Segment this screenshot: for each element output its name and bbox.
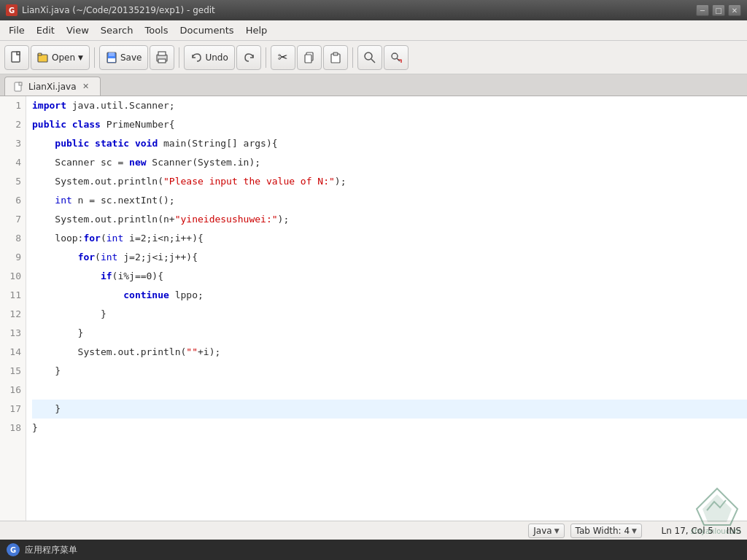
paste-button[interactable] xyxy=(323,45,348,70)
code-line-1: import java.util.Scanner; xyxy=(32,96,747,115)
appbar-logo-icon: G xyxy=(6,542,20,557)
code-line-10: if(i%j==0){ xyxy=(32,267,747,286)
svg-rect-19 xyxy=(19,82,22,85)
search-button[interactable] xyxy=(357,45,382,70)
code-line-7: System.out.println(n+"yineidesushuwei:")… xyxy=(32,210,747,229)
svg-rect-8 xyxy=(158,52,166,55)
code-line-14: System.out.println(""+i); xyxy=(32,343,747,362)
tab-width-selector[interactable]: Tab Width: 4 ▼ xyxy=(570,524,642,538)
svg-point-16 xyxy=(392,53,398,59)
maximize-button[interactable]: □ xyxy=(712,4,725,16)
svg-rect-6 xyxy=(108,58,115,62)
language-label: Java xyxy=(533,526,551,536)
toolbar: Open ▼ Save Undo xyxy=(0,41,747,74)
file-tab-icon xyxy=(14,82,24,92)
sep4 xyxy=(352,47,353,68)
svg-rect-3 xyxy=(38,53,42,55)
code-line-17: } xyxy=(32,400,747,419)
code-line-3: public static void main(String[] args){ xyxy=(32,134,747,153)
code-line-11: continue lppo; xyxy=(32,286,747,305)
undo-label: Undo xyxy=(205,52,228,63)
code-line-12: } xyxy=(32,305,747,324)
tab-width-label: Tab Width: 4 xyxy=(576,526,630,536)
window-controls: − □ ✕ xyxy=(696,4,741,16)
open-button[interactable]: Open ▼ xyxy=(31,45,90,70)
minimize-button[interactable]: − xyxy=(696,4,709,16)
save-label: Save xyxy=(120,52,142,63)
svg-point-14 xyxy=(365,52,372,60)
watermark: shiyanloucom xyxy=(691,487,741,535)
tab-width-dropdown-icon: ▼ xyxy=(632,527,637,534)
code-line-18: } xyxy=(32,419,747,438)
language-selector[interactable]: Java ▼ xyxy=(528,524,564,538)
svg-rect-9 xyxy=(158,59,166,63)
menubar: File Edit View Search Tools Documents He… xyxy=(0,20,747,41)
undo-button[interactable]: Undo xyxy=(184,45,234,70)
line-numbers: 1 2 3 4 5 6 7 8 9 10 11 12 13 14 15 16 1… xyxy=(0,96,26,521)
appbar-label[interactable]: 应用程序菜单 xyxy=(25,544,77,556)
print-button[interactable] xyxy=(150,45,174,70)
menu-file[interactable]: File xyxy=(3,22,31,39)
code-area[interactable]: import java.util.Scanner; public class P… xyxy=(26,96,747,521)
menu-edit[interactable]: Edit xyxy=(31,22,61,39)
language-dropdown-icon: ▼ xyxy=(554,527,560,534)
app-icon: G xyxy=(6,4,18,16)
code-line-4: Scanner sc = new Scanner(System.in); xyxy=(32,153,747,172)
close-button[interactable]: ✕ xyxy=(728,4,741,16)
watermark-text: shiyanloucom xyxy=(691,527,741,535)
window-title: LianXi.java (~/Code/20135219/exp1) - ged… xyxy=(22,5,215,15)
svg-rect-5 xyxy=(109,52,115,56)
open-dropdown-icon: ▼ xyxy=(78,54,83,61)
tab-close-button[interactable]: ✕ xyxy=(81,82,91,92)
svg-text:G: G xyxy=(10,546,16,554)
menu-view[interactable]: View xyxy=(61,22,95,39)
code-line-8: loop:for(int i=2;i<n;i++){ xyxy=(32,229,747,248)
svg-rect-11 xyxy=(305,55,311,63)
replace-button[interactable] xyxy=(384,45,409,70)
menu-search[interactable]: Search xyxy=(95,22,139,39)
sep2 xyxy=(179,47,179,68)
watermark-logo xyxy=(694,487,741,527)
titlebar: G LianXi.java (~/Code/20135219/exp1) - g… xyxy=(0,0,747,20)
svg-rect-1 xyxy=(17,52,20,55)
save-button[interactable]: Save xyxy=(99,45,148,70)
code-line-16 xyxy=(32,381,747,400)
cut-button[interactable]: ✂ xyxy=(271,45,295,70)
code-line-6: int n = sc.nextInt(); xyxy=(32,191,747,210)
tab-filename: LianXi.java xyxy=(28,82,77,92)
menu-help[interactable]: Help xyxy=(240,22,274,39)
menu-documents[interactable]: Documents xyxy=(174,22,240,39)
titlebar-left: G LianXi.java (~/Code/20135219/exp1) - g… xyxy=(6,4,215,16)
svg-rect-13 xyxy=(333,52,338,55)
sep3 xyxy=(266,47,266,68)
copy-button[interactable] xyxy=(297,45,322,70)
code-line-15: } xyxy=(32,362,747,381)
editor: 1 2 3 4 5 6 7 8 9 10 11 12 13 14 15 16 1… xyxy=(0,96,747,521)
tabbar: LianXi.java ✕ xyxy=(0,74,747,96)
open-label: Open xyxy=(52,52,75,63)
sep1 xyxy=(94,47,95,68)
menu-tools[interactable]: Tools xyxy=(139,22,174,39)
redo-button[interactable] xyxy=(236,45,261,70)
code-line-9: for(int j=2;j<i;j++){ xyxy=(32,248,747,267)
file-tab[interactable]: LianXi.java ✕ xyxy=(4,77,101,96)
svg-line-15 xyxy=(371,59,375,63)
statusbar: Java ▼ Tab Width: 4 ▼ Ln 17, Col 5 INS xyxy=(0,521,747,540)
code-line-5: System.out.println("Please input the val… xyxy=(32,172,747,191)
code-line-2: public class PrimeNumber{ xyxy=(32,115,747,134)
new-button[interactable] xyxy=(4,45,29,70)
appbar: G 应用程序菜单 xyxy=(0,540,747,560)
code-line-13: } xyxy=(32,324,747,343)
